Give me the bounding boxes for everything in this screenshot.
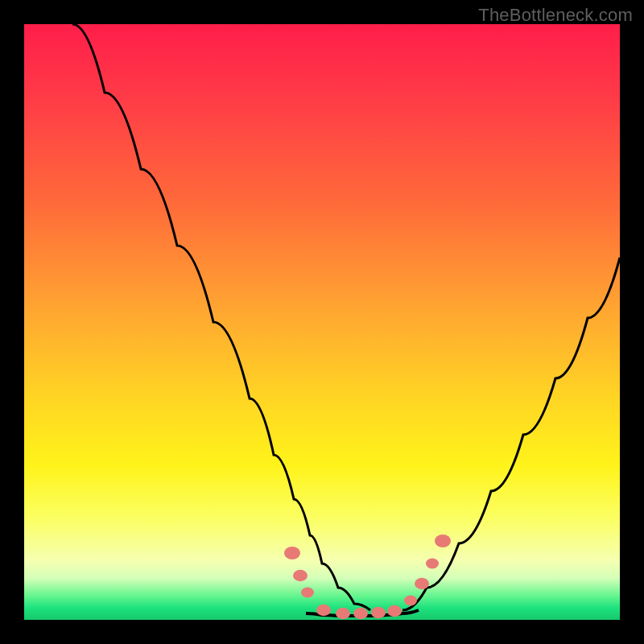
valley-marker-11: [435, 535, 451, 547]
marker-group: [284, 535, 451, 619]
plot-area: [24, 24, 620, 620]
valley-marker-3: [316, 605, 331, 616]
curve-right-branch: [402, 258, 620, 610]
valley-marker-2: [301, 588, 314, 598]
chart-frame: TheBottleneck.com: [0, 0, 644, 644]
valley-marker-0: [284, 547, 300, 559]
valley-marker-4: [336, 608, 350, 619]
valley-marker-1: [293, 570, 308, 581]
valley-marker-6: [371, 607, 386, 618]
valley-marker-8: [404, 596, 417, 606]
valley-marker-5: [353, 608, 368, 619]
valley-marker-10: [426, 559, 439, 569]
watermark-text: TheBottleneck.com: [478, 5, 633, 26]
bottleneck-curve-svg: [24, 24, 620, 620]
valley-marker-9: [415, 578, 429, 589]
curve-left-branch: [72, 24, 370, 610]
valley-marker-7: [387, 605, 402, 617]
